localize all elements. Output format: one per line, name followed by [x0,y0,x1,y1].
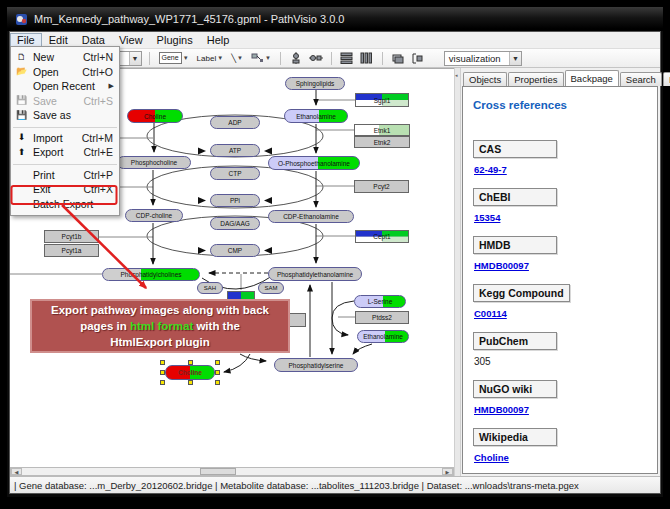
chevron-down-icon[interactable]: ▼ [265,55,271,61]
metabolite-node-ethanolamine[interactable]: Ethanolamine [284,109,348,123]
menu-item-print[interactable]: PrintCtrl+P [11,168,119,183]
menubar-item-data[interactable]: Data [75,33,112,47]
chevron-down-icon[interactable]: ▼ [217,55,223,61]
menu-item-save-as[interactable]: 💾Save as [11,108,119,123]
metabolite-node-o-phosphoethanolamine[interactable]: O-Phosphoethanolamine [268,156,360,170]
scroll-left-icon[interactable]: ◀ [11,468,22,475]
chevron-down-icon[interactable]: ▼ [237,55,243,61]
stack-button[interactable] [390,51,406,65]
metabolite-node-choline[interactable]: Choline [127,109,183,123]
xref-link-c00114[interactable]: C00114 [474,308,507,319]
connector-tool-button[interactable]: ▼ [249,51,273,65]
metabolite-node-sphingolipids[interactable]: Sphingolipids [285,77,345,90]
add-gene-node-button[interactable]: Gene ▼ [157,51,191,65]
metabolite-node-phosphatidylserine[interactable]: Phosphatidylserine [274,358,358,372]
label-tool-text: Label [197,54,217,63]
metabolite-node-adp[interactable]: ADP [210,116,260,129]
split-pane-divider[interactable]: ◂ [454,68,461,476]
window-title: Mm_Kennedy_pathway_WP1771_45176.gpml - P… [34,13,344,25]
gene-node-pcyt2[interactable]: Pcyt2 [354,180,409,193]
metabolite-node-choline[interactable]: Choline [165,365,215,380]
chevron-down-icon[interactable]: ▼ [129,52,141,65]
scrollbar-thumb[interactable] [200,468,236,475]
metabolite-node-ppi[interactable]: PPi [210,194,260,207]
selection-handle[interactable] [160,380,165,385]
align-center-y-button[interactable] [308,51,324,65]
metabolite-node-cdp-ethanolamine[interactable]: CDP-Ethanolamine [268,210,354,223]
xref-link-62-49-7[interactable]: 62-49-7 [474,164,507,175]
new-document-icon: 🗋 [15,52,28,63]
tab-legend[interactable]: Legend [663,72,670,86]
metabolite-node-l-serine[interactable]: L-Serine [354,295,406,308]
selection-handle[interactable] [215,360,220,365]
metabolite-node-atp[interactable]: ATP [210,144,260,157]
xref-link-choline[interactable]: Choline [474,452,509,463]
tab-properties[interactable]: Properties [508,72,563,86]
gene-node-pcyt1b[interactable]: Pcyt1b [44,230,99,243]
menu-item-export[interactable]: ⬆ExportCtrl+E [11,145,119,160]
gene-node-sgpl1[interactable]: Sgpl1 [355,93,409,107]
menu-item-shortcut: Ctrl+O [82,66,119,78]
group-button[interactable] [410,51,426,65]
xref-value: 15354 [474,212,657,223]
tab-search[interactable]: Search [620,72,662,86]
gene-node-pcyt1a[interactable]: Pcyt1a [44,244,99,257]
menu-item-open[interactable]: 📂OpenCtrl+O [11,65,119,80]
xref-source-header: HMDB [473,236,557,254]
selection-handle[interactable] [160,360,165,365]
xref-link-15354[interactable]: 15354 [474,212,500,223]
tab-objects[interactable]: Objects [463,72,507,86]
canvas-horizontal-scrollbar[interactable]: ◀ ▶ [10,467,454,476]
tab-backpage[interactable]: Backpage [565,70,619,86]
menu-item-label: Export [33,146,84,158]
xref-link-hmdb00097[interactable]: HMDB00097 [474,260,529,271]
menubar-item-plugins[interactable]: Plugins [150,33,200,47]
metabolite-node-sah[interactable]: SAH [197,282,223,294]
chevron-down-icon[interactable]: ▼ [183,55,189,61]
metabolite-node-sam[interactable]: SAM [258,282,284,294]
metabolite-node-phosphatidylcholines[interactable]: Phosphatidylcholines [102,268,200,281]
visualization-combobox[interactable]: visualization ▼ [444,51,522,66]
selection-handle[interactable] [188,360,193,365]
line-tool-button[interactable]: ╲ ▼ [229,51,245,65]
menu-item-new[interactable]: 🗋NewCtrl+N [11,50,119,65]
metabolite-node-phosphocholine[interactable]: Phosphocholine [117,156,191,169]
gene-node-cept1[interactable]: Cept1 [355,230,409,243]
divider-collapse-icon[interactable]: ◂ [455,72,458,78]
metabolite-node-ctp[interactable]: CTP [210,167,260,180]
gene-node-etnk1[interactable]: Etnk1 [354,124,410,136]
scrollbar-track[interactable] [22,468,442,475]
distribute-vertical-button[interactable] [359,51,375,65]
gene-node-icon: Gene [159,52,182,64]
metabolite-node-phosphatidylethanolamine[interactable]: Phosphatidylethanolamine [268,267,362,281]
gene-node-etnk2[interactable]: Etnk2 [354,136,410,148]
scroll-right-icon[interactable]: ▶ [442,468,453,475]
menu-item-batch-export[interactable]: Batch Export [11,197,119,212]
xref-link-hmdb00097[interactable]: HMDB00097 [474,404,529,415]
metabolite-node-ethanolamine[interactable]: Ethanolamine [357,330,409,343]
menu-item-exit[interactable]: ExitCtrl+X [11,182,119,197]
toolbar-separator [149,52,150,65]
metabolite-node-cdp-choline[interactable]: CDP-choline [125,209,183,222]
submenu-arrow-icon: ▶ [109,82,114,90]
xref-value: HMDB00097 [474,404,657,415]
callout-line-1: Export pathway images along with back [32,302,288,318]
selection-handle[interactable] [215,380,220,385]
chevron-down-icon[interactable]: ▼ [509,52,521,65]
metabolite-node-cmp[interactable]: CMP [210,244,260,257]
selection-handle[interactable] [188,380,193,385]
menu-item-open-recent[interactable]: Open Recent▶ [11,79,119,94]
menubar-item-view[interactable]: View [112,33,150,47]
align-center-x-button[interactable] [288,51,304,65]
menubar-item-help[interactable]: Help [200,33,237,47]
menubar-item-edit[interactable]: Edit [42,33,75,47]
menubar-item-file[interactable]: File [10,33,42,47]
selection-handle[interactable] [215,370,220,375]
add-label-button[interactable]: Label ▼ [195,51,226,65]
selection-handle[interactable] [160,370,165,375]
menu-item-import[interactable]: ⬇ImportCtrl+M [11,131,119,146]
gene-node-ptdss2[interactable]: Ptdss2 [355,311,409,324]
distribute-horizontal-button[interactable] [339,51,355,65]
metabolite-node-dag-aag[interactable]: DAG/AAG [210,217,260,230]
menu-item-shortcut: Ctrl+S [84,95,119,107]
